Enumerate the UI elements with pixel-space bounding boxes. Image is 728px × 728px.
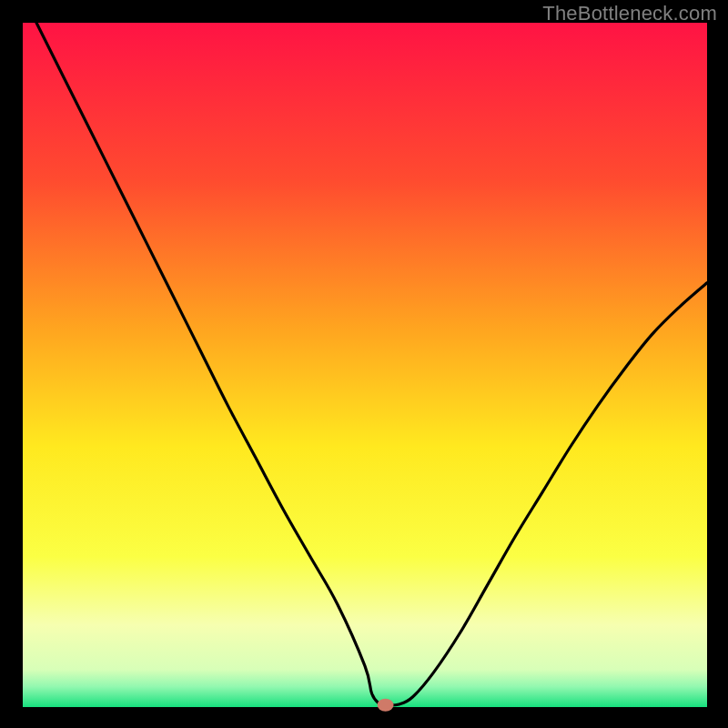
chart-container: TheBottleneck.com [0,0,728,728]
watermark-text: TheBottleneck.com [542,2,717,25]
plot-background [23,23,707,707]
minimum-marker [378,699,394,712]
bottleneck-chart [0,0,728,728]
